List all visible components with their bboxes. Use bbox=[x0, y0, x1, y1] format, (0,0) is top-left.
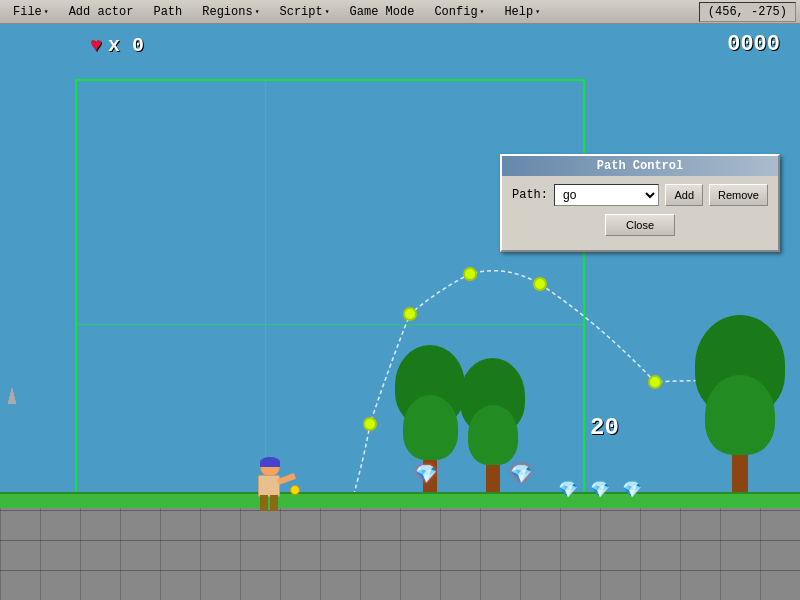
menu-file[interactable]: File ▾ bbox=[4, 2, 58, 22]
gem-5: 💎 bbox=[622, 480, 642, 500]
menu-config[interactable]: Config ▾ bbox=[425, 2, 493, 22]
path-row: Path: go Add Remove bbox=[512, 184, 768, 206]
field-number: 20 bbox=[590, 414, 619, 441]
player-character bbox=[250, 457, 290, 512]
game-viewport: 💎 💎 💎 💎 💎 ♥ x 0 0000 20 Path Control Pat… bbox=[0, 24, 800, 600]
dialog-titlebar: Path Control bbox=[502, 156, 778, 176]
waypoint-2[interactable] bbox=[363, 417, 377, 431]
menu-game-mode[interactable]: Game Mode bbox=[341, 2, 424, 22]
waypoint-6[interactable] bbox=[648, 375, 662, 389]
stone-ground bbox=[0, 508, 800, 600]
remove-button[interactable]: Remove bbox=[709, 184, 768, 206]
dialog-title: Path Control bbox=[597, 159, 683, 173]
close-button[interactable]: Close bbox=[605, 214, 675, 236]
heart-icon: ♥ bbox=[90, 34, 102, 57]
path-control-dialog: Path Control Path: go Add Remove Close bbox=[500, 154, 780, 252]
menu-config-arrow: ▾ bbox=[480, 7, 485, 16]
menu-file-arrow: ▾ bbox=[44, 7, 49, 16]
dialog-content: Path: go Add Remove Close bbox=[502, 176, 778, 250]
menu-path[interactable]: Path bbox=[144, 2, 191, 22]
waypoint-4[interactable] bbox=[463, 267, 477, 281]
waypoint-3[interactable] bbox=[403, 307, 417, 321]
menu-regions[interactable]: Regions ▾ bbox=[193, 2, 268, 22]
menu-help-arrow: ▾ bbox=[535, 7, 540, 16]
tree-3 bbox=[695, 315, 785, 515]
tree-1 bbox=[395, 345, 465, 515]
path-label: Path: bbox=[512, 188, 548, 202]
close-row: Close bbox=[512, 212, 768, 242]
gem-2: 💎 bbox=[510, 463, 532, 485]
gem-3: 💎 bbox=[558, 480, 578, 500]
menu-help[interactable]: Help ▾ bbox=[495, 2, 549, 22]
hearts-count: x 0 bbox=[108, 34, 144, 57]
gem-1: 💎 bbox=[415, 463, 437, 485]
menu-script-arrow: ▾ bbox=[325, 7, 330, 16]
menu-regions-arrow: ▾ bbox=[255, 7, 260, 16]
menu-script[interactable]: Script ▾ bbox=[271, 2, 339, 22]
menubar: File ▾ Add actor Path Regions ▾ Script ▾… bbox=[0, 0, 800, 24]
add-button[interactable]: Add bbox=[665, 184, 703, 206]
menu-add-actor[interactable]: Add actor bbox=[60, 2, 143, 22]
hearts-display: ♥ x 0 bbox=[90, 34, 144, 57]
score-display: 0000 bbox=[727, 32, 780, 57]
gem-4: 💎 bbox=[590, 480, 610, 500]
coords-display: (456, -275) bbox=[699, 2, 796, 22]
waypoint-5[interactable] bbox=[533, 277, 547, 291]
path-select[interactable]: go bbox=[554, 184, 659, 206]
